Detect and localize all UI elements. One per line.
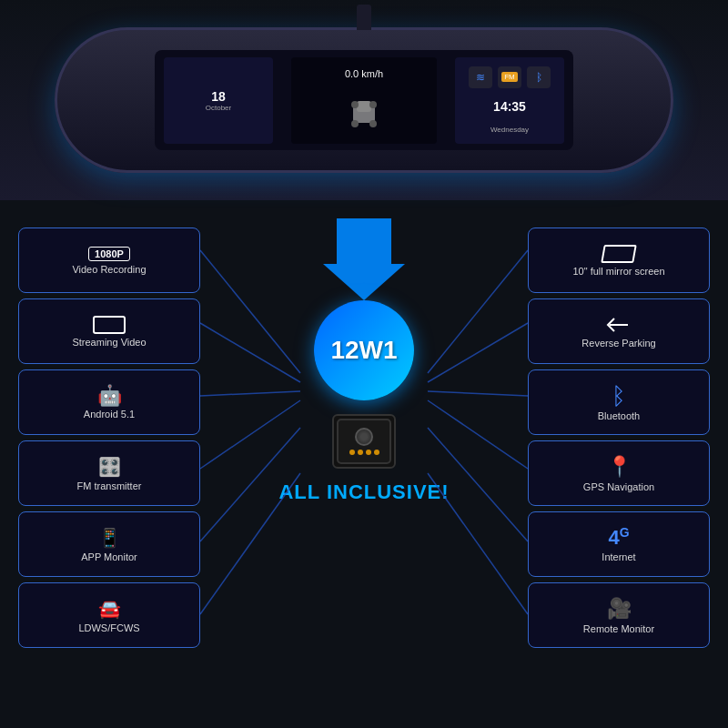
all-inclusive-text: ALL INCLUSIVE! — [278, 480, 449, 504]
remote-monitor-icon: 🎥 — [607, 597, 632, 621]
feature-box-reverse: Reverse Parking — [528, 298, 710, 364]
feature-box-streaming: Streaming Video — [18, 298, 200, 364]
4g-icon: 4G — [608, 526, 629, 548]
bluetooth-symbol: ᛒ — [612, 384, 626, 408]
internet-label: Internet — [602, 551, 635, 562]
fm-transmitter-icon: 🎛️ — [98, 456, 121, 478]
android-icon: 🤖 — [97, 386, 122, 406]
feature-box-mirror: 10" full mirror screen — [528, 228, 710, 293]
camera-body — [337, 419, 391, 464]
feature-box-fm: 🎛️ FM transmitter — [18, 440, 200, 506]
light-1 — [349, 450, 355, 455]
fm-icon: FM — [501, 72, 518, 82]
badge-12w1: 12W1 — [314, 300, 414, 400]
center-area: 12W1 ALL INCLUSIVE! — [200, 209, 528, 504]
badge-1080p: 1080P — [88, 247, 130, 261]
streaming-label: Streaming Video — [72, 337, 146, 348]
mirror-device: 18 October 0.0 km/h — [55, 27, 673, 173]
svg-rect-1 — [357, 101, 371, 112]
time-display: 14:35 — [493, 99, 526, 114]
mirror-screen: 18 October 0.0 km/h — [155, 50, 573, 150]
reverse-label: Reverse Parking — [581, 338, 655, 349]
speed-display: 0.0 km/h — [345, 68, 383, 79]
light-3 — [366, 450, 371, 455]
mirror-label: 10" full mirror screen — [572, 266, 664, 277]
camera-mount-top — [357, 5, 371, 30]
device-area: 18 October 0.0 km/h — [0, 0, 728, 200]
screen-right-panel: ≋ FM ᛒ 14:35 Wednesday — [455, 57, 564, 144]
gps-label: GPS Navigation — [583, 481, 654, 492]
icons-row: ≋ FM ᛒ — [469, 66, 551, 88]
svg-point-3 — [369, 120, 377, 127]
screen-left-panel: 18 October — [164, 57, 273, 144]
car-icon — [346, 97, 382, 129]
feature-box-ldws: 🚘 LDWS/FCWS — [18, 582, 200, 648]
feature-box-gps: 📍 GPS Navigation — [528, 440, 710, 506]
wifi-icon-box: ≋ — [469, 66, 492, 88]
reverse-parking-icon — [605, 315, 632, 335]
ldws-icon: 🚘 — [98, 598, 121, 620]
streaming-icon — [93, 316, 126, 334]
fm-icon-box: FM — [498, 66, 521, 88]
day-display: Wednesday — [490, 126, 529, 134]
app-container: 18 October 0.0 km/h — [0, 0, 728, 728]
svg-marker-18 — [323, 218, 405, 300]
screen-center-panel: 0.0 km/h — [291, 57, 437, 144]
bluetooth-icon-box: ᛒ — [527, 66, 551, 88]
ldws-label: LDWS/FCWS — [78, 622, 139, 633]
rear-camera-module — [332, 414, 396, 469]
bluetooth-label: Bluetooth — [598, 410, 640, 421]
android-label: Android 5.1 — [84, 409, 135, 420]
feature-box-android: 🤖 Android 5.1 — [18, 369, 200, 435]
video-recording-label: Video Recording — [72, 264, 146, 275]
features-area: 1080P Video Recording Streaming Video 🤖 … — [0, 200, 728, 728]
bluetooth-icon: ᛒ — [536, 71, 542, 84]
fm-label: FM transmitter — [77, 480, 142, 491]
camera-lens — [355, 428, 373, 446]
app-label: APP Monitor — [81, 551, 137, 562]
svg-point-4 — [351, 101, 359, 108]
light-2 — [358, 450, 363, 455]
car-top-view — [341, 96, 387, 132]
feature-box-internet: 4G Internet — [528, 511, 710, 577]
feature-box-app: 📱 APP Monitor — [18, 511, 200, 577]
app-monitor-icon: 📱 — [98, 527, 121, 549]
left-column: 1080P Video Recording Streaming Video 🤖 … — [18, 209, 200, 648]
date-number: 18 — [211, 89, 226, 104]
date-month: October — [206, 104, 231, 112]
feature-box-video-recording: 1080P Video Recording — [18, 228, 200, 293]
mirror-icon — [601, 245, 637, 263]
big-arrow — [323, 218, 405, 300]
svg-point-5 — [369, 101, 377, 108]
remote-label: Remote Monitor — [583, 623, 654, 634]
camera-lights-row — [349, 450, 379, 455]
feature-box-remote: 🎥 Remote Monitor — [528, 582, 710, 648]
svg-point-2 — [351, 120, 359, 127]
feature-box-bluetooth: ᛒ Bluetooth — [528, 369, 710, 435]
wifi-icon: ≋ — [476, 71, 485, 84]
light-4 — [374, 450, 379, 455]
right-column: 10" full mirror screen Reverse Parking ᛒ… — [528, 209, 710, 648]
gps-icon: 📍 — [607, 455, 632, 479]
